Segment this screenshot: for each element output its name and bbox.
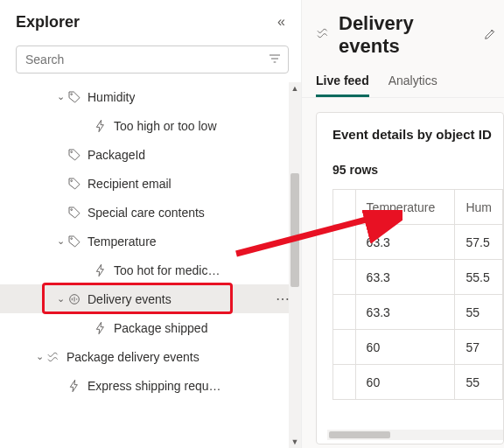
scroll-thumb[interactable] xyxy=(290,173,299,287)
search-input[interactable] xyxy=(16,46,289,74)
svg-point-1 xyxy=(71,150,73,152)
collapse-panel-icon[interactable]: « xyxy=(274,10,289,33)
horizontal-scrollbar[interactable]: ◀ xyxy=(327,430,503,440)
table-cell: 63.3 xyxy=(355,295,455,330)
chevron-down-icon: ⌄ xyxy=(33,351,46,362)
tree-item-label: Temperature xyxy=(88,234,157,248)
tree-item-label: Too hot for medic… xyxy=(114,263,220,277)
stream-icon xyxy=(66,292,82,306)
tree-item-label: Too high or too low xyxy=(114,119,217,133)
tab-analytics[interactable]: Analytics xyxy=(388,68,438,97)
svg-point-4 xyxy=(71,237,73,239)
tree-item-too-hot-for-medic[interactable]: Too hot for medic… xyxy=(0,256,301,284)
chevron-down-icon: ⌄ xyxy=(54,293,66,304)
scroll-down-icon[interactable]: ▼ xyxy=(289,436,301,448)
table-cell: 63.3 xyxy=(355,260,455,295)
table-cell xyxy=(333,365,356,400)
bolt-icon xyxy=(93,321,108,335)
table-cell: 55 xyxy=(455,365,503,400)
column-header[interactable] xyxy=(333,190,356,225)
tag-icon xyxy=(66,90,82,104)
event-details-card: Event details by object ID 95 rows Tempe… xyxy=(316,112,504,444)
edit-title-icon[interactable] xyxy=(483,27,497,44)
tag-icon xyxy=(66,234,82,248)
filter-icon[interactable] xyxy=(262,52,288,68)
explorer-tree: ⌄HumidityToo high or too lowPackageIdRec… xyxy=(0,82,301,400)
bolt-icon xyxy=(93,263,108,277)
vertical-scrollbar[interactable]: ▲ ▼ xyxy=(289,82,301,448)
table-cell xyxy=(333,330,356,365)
tree-item-label: Recipient email xyxy=(88,177,172,191)
bolt-icon xyxy=(93,119,108,133)
stream-icon xyxy=(316,26,330,44)
tree-item-label: Humidity xyxy=(88,90,135,104)
table-row[interactable]: 6057 xyxy=(333,330,503,365)
table-cell: 63.3 xyxy=(355,225,455,260)
tree-item-label: Special care contents xyxy=(88,206,205,220)
table-cell: 60 xyxy=(355,365,455,400)
page-title: Delivery events xyxy=(339,12,472,58)
chevron-down-icon: ⌄ xyxy=(54,91,66,102)
main-panel: Delivery events Live feedAnalytics Event… xyxy=(302,0,504,448)
tree-item-packageid[interactable]: PackageId xyxy=(0,140,301,169)
table-cell: 55.5 xyxy=(455,260,503,295)
tag-icon xyxy=(66,148,82,162)
card-title: Event details by object ID xyxy=(332,127,503,142)
wave-icon xyxy=(46,350,61,364)
search-field[interactable] xyxy=(17,52,262,66)
scroll-thumb[interactable] xyxy=(329,431,390,438)
tree-item-too-high-or-too-low[interactable]: Too high or too low xyxy=(0,111,301,140)
table-row[interactable]: 63.357.5 xyxy=(333,225,503,260)
svg-point-2 xyxy=(71,179,73,181)
tree-item-temperature[interactable]: ⌄Temperature xyxy=(0,227,301,256)
explorer-panel: Explorer « ⌄HumidityToo high or too lowP… xyxy=(0,0,302,448)
scroll-up-icon[interactable]: ▲ xyxy=(289,82,301,94)
table-cell xyxy=(333,225,356,260)
table-cell: 57.5 xyxy=(455,225,503,260)
chevron-down-icon: ⌄ xyxy=(54,235,66,247)
svg-point-0 xyxy=(71,93,73,94)
table-row[interactable]: 63.355.5 xyxy=(333,260,503,295)
table-cell: 57 xyxy=(455,330,503,365)
table-cell xyxy=(333,260,356,295)
tree-item-label: Express shipping requ… xyxy=(88,379,221,393)
table-cell: 60 xyxy=(355,330,455,365)
bolt-icon xyxy=(66,379,82,393)
tree-item-special-care-contents[interactable]: Special care contents xyxy=(0,198,301,227)
tag-icon xyxy=(66,177,82,191)
table-row[interactable]: 6055 xyxy=(333,365,503,400)
tree-item-label: Delivery events xyxy=(88,292,172,306)
tree-item-package-shipped[interactable]: Package shipped xyxy=(0,313,301,342)
tree-item-delivery-events[interactable]: ⌄Delivery events⋯ xyxy=(0,284,301,313)
tag-icon xyxy=(66,206,82,220)
tree-item-label: Package delivery events xyxy=(66,350,200,364)
more-icon[interactable]: ⋯ xyxy=(270,290,290,307)
row-count: 95 rows xyxy=(332,163,503,177)
data-table: TemperatureHum63.357.563.355.563.3556057… xyxy=(332,189,503,400)
tree-item-express-shipping-requ[interactable]: Express shipping requ… xyxy=(0,371,301,400)
tree-item-recipient-email[interactable]: Recipient email xyxy=(0,169,301,198)
tree-item-humidity[interactable]: ⌄Humidity xyxy=(0,82,301,111)
table-row[interactable]: 63.355 xyxy=(333,295,503,330)
tree-item-package-delivery-events[interactable]: ⌄Package delivery events xyxy=(0,342,301,371)
tab-live-feed[interactable]: Live feed xyxy=(316,68,369,97)
svg-point-3 xyxy=(71,208,73,210)
tree-item-label: PackageId xyxy=(88,148,145,162)
column-header[interactable]: Hum xyxy=(455,190,503,225)
tabs: Live feedAnalytics xyxy=(302,63,504,98)
tree-item-label: Package shipped xyxy=(114,321,207,335)
table-cell: 55 xyxy=(455,295,503,330)
column-header[interactable]: Temperature xyxy=(355,190,455,225)
table-cell xyxy=(333,295,356,330)
explorer-title: Explorer xyxy=(16,13,80,32)
